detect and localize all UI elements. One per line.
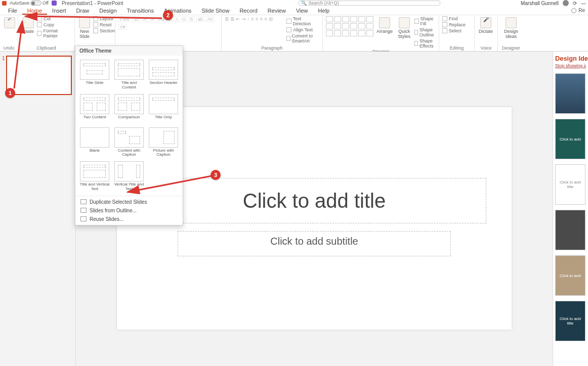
menu-record[interactable]: Record [234, 7, 262, 15]
paragraph-group-label: Paragraph [225, 45, 319, 51]
layout-dropdown-header: Office Theme [75, 46, 183, 56]
autosave-pill[interactable] [30, 1, 41, 6]
layout-title-vertical-text[interactable]: Title and Vertical Text [78, 160, 111, 193]
reset-button[interactable]: Reset [93, 22, 115, 27]
design-idea-5[interactable]: Click to add [555, 255, 585, 296]
menu-review[interactable]: Review [263, 7, 291, 15]
clipboard-group-label: Clipboard [21, 45, 71, 51]
title-placeholder[interactable]: Click to add title [142, 178, 486, 223]
slides-from-outline-item[interactable]: Slides from Outline... [75, 206, 183, 215]
find-icon [442, 16, 447, 21]
layout-dropdown[interactable]: Office Theme Title Slide Title and Conte… [75, 45, 183, 225]
thumbnail-preview[interactable] [6, 56, 72, 95]
design-ideas-button[interactable]: Design Ideas [501, 16, 521, 40]
layout-section-header[interactable]: Section Header [147, 59, 180, 91]
user-avatar-icon[interactable] [563, 0, 569, 6]
menu-help[interactable]: Help [313, 7, 335, 15]
layout-comparison[interactable]: Comparison [113, 93, 145, 124]
minimize-icon[interactable]: — [581, 1, 586, 6]
subtitle-placeholder[interactable]: Click to add subtitle [178, 231, 451, 256]
design-idea-6[interactable]: Click to add title [555, 301, 585, 341]
slide-thumbnails-panel[interactable]: 1 [0, 52, 76, 366]
shapes-gallery[interactable] [326, 16, 373, 36]
format-painter-button[interactable]: Format Painter [37, 28, 71, 38]
select-button[interactable]: Select [442, 28, 466, 33]
cut-icon [37, 16, 42, 21]
title-bar: AutoSave Off Presentation1 - PowerPoint … [0, 0, 588, 6]
cut-button[interactable]: Cut [37, 16, 71, 21]
layout-title-only[interactable]: Title Only [147, 93, 180, 124]
search-icon: 🔍 [301, 1, 307, 6]
layout-title-content[interactable]: Title and Content [113, 59, 145, 91]
layout-button[interactable]: Layout [93, 16, 115, 21]
shape-outline-icon [414, 30, 417, 35]
undo-button[interactable]: ↶ [3, 16, 16, 29]
sync-icon[interactable]: ⟳ [573, 1, 577, 6]
design-idea-1[interactable] [555, 73, 585, 114]
format-painter-icon [37, 31, 41, 36]
layout-two-content[interactable]: Two Content [78, 93, 111, 124]
slide-number: 1 [2, 56, 5, 61]
annotation-badge-2: 2 [163, 10, 173, 20]
align-text-icon [286, 27, 291, 32]
outline-icon [80, 208, 87, 213]
search-placeholder: Search (Alt+Q) [309, 1, 339, 6]
menu-design[interactable]: Design [94, 7, 121, 15]
find-button[interactable]: Find [442, 16, 466, 21]
layout-picture-caption[interactable]: Picture with Caption [147, 126, 180, 159]
editing-group-label: Editing [442, 45, 471, 51]
autosave-label: AutoSave [10, 1, 29, 6]
replace-icon [442, 22, 447, 27]
menu-draw[interactable]: Draw [71, 7, 95, 15]
undo-icon: ↶ [4, 17, 15, 28]
paragraph-controls: ≣≣⇤⇥↕ ≡≡≡≡⊞ [225, 16, 281, 22]
reopen-icon[interactable] [571, 8, 576, 13]
shape-fill-button[interactable]: Shape Fill [414, 16, 436, 26]
layout-blank[interactable]: Blank [78, 126, 111, 159]
duplicate-slides-item[interactable]: Duplicate Selected Slides [75, 198, 183, 206]
replace-button[interactable]: Replace [442, 22, 466, 27]
dictate-button[interactable]: 🎤Dictate [478, 16, 494, 35]
quick-styles-button[interactable]: Quick Styles [396, 16, 412, 40]
menu-file[interactable]: File [3, 7, 22, 15]
design-idea-2[interactable]: Click to add [555, 119, 585, 159]
align-text-button[interactable]: Align Text [286, 27, 319, 32]
new-slide-button[interactable]: New Slide [78, 16, 91, 40]
menu-view[interactable]: View [291, 7, 313, 15]
design-idea-4[interactable] [555, 210, 585, 250]
design-ideas-icon [506, 17, 517, 28]
layout-title-slide[interactable]: Title Slide [78, 59, 111, 91]
section-button[interactable]: Section [93, 28, 115, 33]
paste-button[interactable]: Paste [21, 16, 35, 35]
menu-insert[interactable]: Insert [47, 7, 71, 15]
save-icon[interactable] [52, 1, 57, 6]
shape-fill-icon [414, 19, 418, 24]
layout-content-caption[interactable]: Content with Caption [113, 126, 145, 159]
layout-vertical-title-text[interactable]: Vertical Title and Text [113, 160, 145, 193]
stop-showing-link[interactable]: Stop showing ideas for [555, 63, 586, 68]
shape-effects-icon [414, 41, 418, 46]
design-ideas-pane: Design Ideas Stop showing ideas for Clic… [553, 52, 588, 366]
annotation-badge-3: 3 [211, 170, 221, 180]
shape-outline-button[interactable]: Shape Outline [414, 27, 436, 37]
copy-button[interactable]: Copy [37, 22, 71, 27]
menu-slideshow[interactable]: Slide Show [196, 7, 234, 15]
user-name[interactable]: Marshall Gunnell [521, 1, 559, 6]
designer-group-label: Designer [501, 45, 521, 51]
design-pane-header: Design Ideas [555, 55, 586, 62]
menu-transitions[interactable]: Transitions [122, 7, 159, 15]
reuse-slides-item[interactable]: Reuse Slides... [75, 215, 183, 223]
paste-icon [23, 17, 34, 28]
design-idea-3[interactable]: Click to add title [555, 164, 585, 205]
reopen-label[interactable]: Re [578, 8, 585, 13]
autosave-toggle[interactable]: AutoSave Off [10, 1, 49, 6]
reuse-icon [80, 216, 87, 221]
search-box[interactable]: 🔍 Search (Alt+Q) [299, 1, 440, 6]
convert-smartart-button[interactable]: Convert to SmartArt [286, 33, 319, 43]
copy-icon [37, 22, 42, 27]
text-direction-button[interactable]: Text Direction [286, 16, 319, 26]
arrange-button[interactable]: Arrange [375, 16, 394, 35]
menu-home[interactable]: Home [22, 7, 47, 15]
select-icon [442, 28, 447, 33]
shape-effects-button[interactable]: Shape Effects [414, 38, 436, 49]
